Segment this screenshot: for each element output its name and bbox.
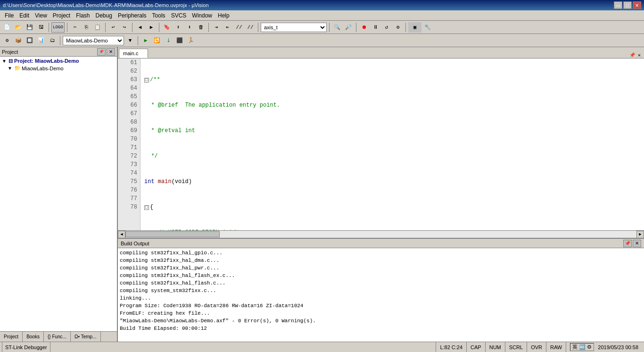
tab-close-button[interactable]: ✕ xyxy=(636,52,642,58)
project-tab-project[interactable]: Project xyxy=(0,332,23,342)
project-dropdown[interactable]: MiaowLabs-Demo xyxy=(63,36,124,45)
save-button[interactable]: 💾 xyxy=(25,22,35,33)
tb2-btn2[interactable]: 📦 xyxy=(13,35,24,46)
build-output-text[interactable]: compiling stm32f1xx_hal_gpio.c... compil… xyxy=(118,248,644,342)
collapse-66[interactable]: □ xyxy=(144,205,149,210)
tb2-dropdown-btn[interactable]: ▼ xyxy=(125,35,135,46)
line-numbers: 61 62 63 64 65 66 67 68 69 70 71 72 73 7… xyxy=(118,59,140,230)
menu-flash[interactable]: Flash xyxy=(73,11,92,20)
editor-h-scrollbar[interactable]: ◀ ▶ xyxy=(118,230,644,238)
build-line-2: compiling stm32f1xx_hal_dma.c... xyxy=(120,257,642,264)
build-button[interactable]: ▶ xyxy=(140,35,151,46)
menu-help[interactable]: Help xyxy=(215,11,232,20)
ln-62: 62 xyxy=(121,67,137,75)
paste-button[interactable]: 📋 xyxy=(92,22,103,33)
debug-stop-button[interactable]: ⏸ xyxy=(370,22,380,33)
tree-expand-icon: ▼ xyxy=(2,59,7,64)
new-file-button[interactable]: 📄 xyxy=(2,22,12,33)
menu-peripherals[interactable]: Peripherals xyxy=(115,11,149,20)
tools-button[interactable]: 🔧 xyxy=(422,22,433,33)
toolbar-separator-10 xyxy=(405,23,406,32)
indent-button[interactable]: ⇥ xyxy=(211,22,222,33)
window-mode-button[interactable]: ▣ xyxy=(408,22,421,33)
rebuild-button[interactable]: 🔁 xyxy=(152,35,162,46)
ime-indicator[interactable]: 英 🔤 ⚙ xyxy=(570,343,594,351)
menu-edit[interactable]: Edit xyxy=(17,11,32,20)
ln-65: 65 xyxy=(121,92,137,101)
project-panel-pin[interactable]: 📌 xyxy=(97,48,106,56)
tree-root[interactable]: ▼ ⊟ Project: MiaowLabs-Demo xyxy=(0,58,117,65)
project-tree: ▼ ⊟ Project: MiaowLabs-Demo ▼ 📁 MiaowLab… xyxy=(0,57,117,331)
stop-button[interactable]: ⬛ xyxy=(174,35,185,46)
nav-fwd-button[interactable]: ▶ xyxy=(146,22,157,33)
save-all-button[interactable]: 🖫 xyxy=(36,22,46,33)
menu-svcs[interactable]: SVCS xyxy=(168,11,190,20)
tree-folder-icon2: 📁 xyxy=(14,65,21,71)
tb2-sep-1 xyxy=(60,36,60,45)
h-scroll-left[interactable]: ◀ xyxy=(118,231,125,238)
menu-window[interactable]: Window xyxy=(189,11,215,20)
project-tab-temp[interactable]: Ω• Temp... xyxy=(71,332,101,342)
unindent-button[interactable]: ⇤ xyxy=(223,22,233,33)
comment-button[interactable]: // xyxy=(234,22,244,33)
debug-reset-button[interactable]: ↺ xyxy=(381,22,392,33)
project-tab-func[interactable]: {} Func... xyxy=(44,332,71,342)
debug-settings-button[interactable]: ⚙ xyxy=(393,22,403,33)
build-line-7: linking... xyxy=(120,294,642,302)
code-content: 61 62 63 64 65 66 67 68 69 70 71 72 73 7… xyxy=(118,59,644,230)
uncomment-button[interactable]: // xyxy=(245,22,256,33)
tb2-btn3[interactable]: 🔲 xyxy=(25,35,35,46)
undo-button[interactable]: ↩ xyxy=(108,22,118,33)
find-in-files-button[interactable]: 🔎 xyxy=(343,22,354,33)
build-output-controls: 📌 ✕ xyxy=(623,240,641,247)
project-tab-books[interactable]: Books xyxy=(23,332,44,342)
tree-project-node[interactable]: ▼ 📁 MiaowLabs-Demo xyxy=(0,65,117,72)
search-button[interactable]: 🔍 xyxy=(332,22,342,33)
prev-bookmark-button[interactable]: ⬆ xyxy=(173,22,183,33)
build-close-button[interactable]: ✕ xyxy=(633,240,641,247)
tb2-btn1[interactable]: ⚙ xyxy=(2,35,12,46)
h-scroll-right[interactable]: ▶ xyxy=(636,231,644,238)
toolbar-separator-9 xyxy=(356,23,356,32)
title-bar-buttons[interactable]: — □ ✕ xyxy=(614,1,641,9)
menu-tools[interactable]: Tools xyxy=(149,11,168,20)
build-line-9: FromELF: creating hex file... xyxy=(120,310,642,317)
h-scroll-track[interactable] xyxy=(125,231,636,238)
bookmark-button[interactable]: 🔖 xyxy=(162,22,172,33)
redo-button[interactable]: ↪ xyxy=(119,22,130,33)
main-layout: Project 📌 ✕ ▼ ⊟ Project: MiaowLabs-Demo … xyxy=(0,47,644,342)
status-line-col: L:82 C:24 xyxy=(436,342,466,352)
build-line-11: Build Time Elapsed: 00:00:12 xyxy=(120,325,642,332)
maximize-button[interactable]: □ xyxy=(623,1,632,9)
menu-file[interactable]: File xyxy=(2,11,17,20)
close-button[interactable]: ✕ xyxy=(633,1,641,9)
ln-72: 72 xyxy=(121,152,137,160)
nav-back-button[interactable]: ◀ xyxy=(135,22,145,33)
editor-tab-main-c[interactable]: main.c xyxy=(119,49,148,58)
build-pin-button[interactable]: 📌 xyxy=(623,240,632,247)
logo-button[interactable]: LOGO xyxy=(51,22,65,33)
project-panel-close[interactable]: ✕ xyxy=(107,48,115,56)
clear-bookmark-button[interactable]: 🗑 xyxy=(196,22,206,33)
tb2-btn4[interactable]: 📊 xyxy=(36,35,46,46)
next-bookmark-button[interactable]: ⬇ xyxy=(184,22,195,33)
tb2-btn5[interactable]: 🗂 xyxy=(47,35,58,46)
code-editor[interactable]: 61 62 63 64 65 66 67 68 69 70 71 72 73 7… xyxy=(118,59,644,230)
copy-button[interactable]: ⎘ xyxy=(81,22,91,33)
menu-project[interactable]: Project xyxy=(50,11,73,20)
run-button[interactable]: 🏃 xyxy=(186,35,196,46)
target-dropdown[interactable]: axis_t xyxy=(261,23,327,32)
debug-start-button[interactable]: ⏺ xyxy=(359,22,369,33)
cut-button[interactable]: ✂ xyxy=(70,22,80,33)
minimize-button[interactable]: — xyxy=(614,1,622,9)
collapse-61[interactable]: □ xyxy=(144,78,149,83)
tab-pin-button[interactable]: 📌 xyxy=(628,52,636,58)
menu-view[interactable]: View xyxy=(32,11,50,20)
status-raw: RAW xyxy=(546,342,566,352)
code-lines[interactable]: □/** * @brief The application entry poin… xyxy=(140,59,644,230)
menu-debug[interactable]: Debug xyxy=(93,11,115,20)
load-button[interactable]: ⤓ xyxy=(163,35,173,46)
open-file-button[interactable]: 📂 xyxy=(13,22,24,33)
h-scroll-thumb[interactable] xyxy=(125,231,220,237)
code-line-61: □/** xyxy=(144,75,640,84)
